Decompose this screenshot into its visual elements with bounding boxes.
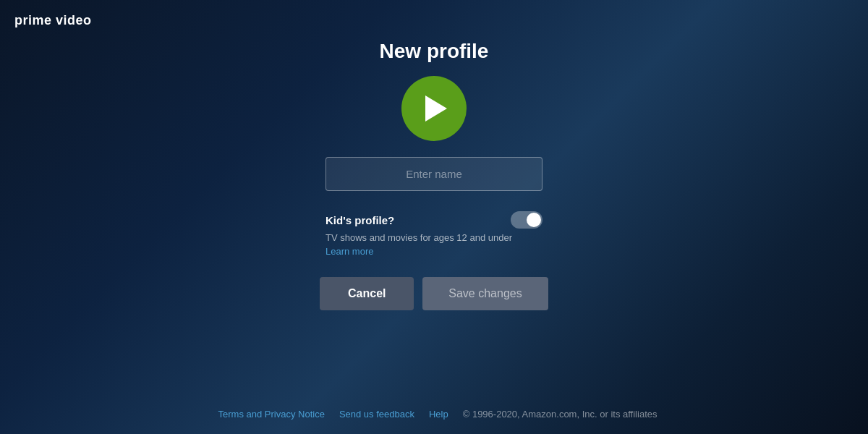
footer: Terms and Privacy Notice Send us feedbac… [0,409,868,420]
play-icon [425,95,447,122]
help-link[interactable]: Help [429,409,448,420]
save-changes-button[interactable]: Save changes [422,277,548,310]
toggle-knob [527,213,541,227]
kids-profile-row: Kid's profile? [326,211,542,229]
terms-link[interactable]: Terms and Privacy Notice [218,409,325,420]
kids-profile-description: TV shows and movies for ages 12 and unde… [326,232,512,243]
learn-more-link[interactable]: Learn more [326,246,373,257]
kids-profile-label: Kid's profile? [326,214,394,226]
prime-video-logo: prime video [14,13,92,28]
logo-text: prime video [14,13,92,27]
action-buttons: Cancel Save changes [320,277,548,310]
cancel-button[interactable]: Cancel [320,277,414,310]
kids-profile-section: Kid's profile? TV shows and movies for a… [326,211,542,257]
main-content: New profile Kid's profile? TV shows and … [0,40,868,332]
feedback-link[interactable]: Send us feedback [339,409,414,420]
copyright-text: © 1996-2020, Amazon.com, Inc. or its aff… [463,409,658,420]
kids-profile-toggle[interactable] [511,211,542,229]
name-input[interactable] [326,157,542,191]
avatar-button[interactable] [401,76,467,141]
page-title: New profile [380,40,489,63]
